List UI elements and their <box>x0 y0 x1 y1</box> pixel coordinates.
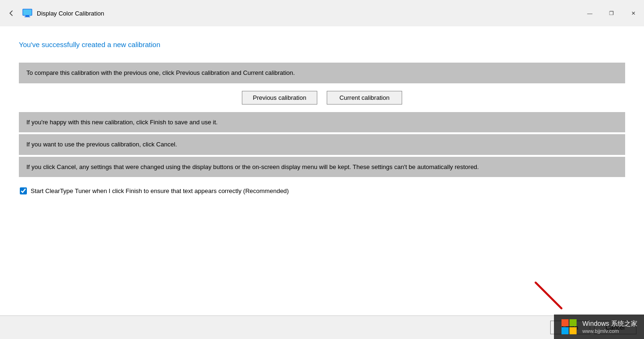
info-section: If you're happy with this new calibratio… <box>19 112 625 178</box>
windows-watermark: Windows 系统之家 www.bjjmlv.com <box>554 315 644 339</box>
title-bar-left: Display Color Calibration <box>5 7 104 20</box>
window-controls: — ❐ ✕ <box>579 6 644 21</box>
compare-info-box: To compare this calibration with the pre… <box>19 63 625 83</box>
watermark-text: Windows 系统之家 www.bjjmlv.com <box>582 320 637 334</box>
cleartype-section: Start ClearType Tuner when I click Finis… <box>19 186 625 196</box>
svg-rect-9 <box>570 327 577 334</box>
info-box-1: If you're happy with this new calibratio… <box>19 112 625 133</box>
svg-rect-2 <box>25 16 29 16</box>
current-calibration-button[interactable]: Current calibration <box>327 91 402 105</box>
cleartype-checkbox[interactable] <box>20 187 27 194</box>
svg-rect-8 <box>561 327 569 334</box>
info-text-2: If you want to use the previous calibrat… <box>26 141 177 148</box>
watermark-title: Windows 系统之家 <box>582 320 637 328</box>
cleartype-label[interactable]: Start ClearType Tuner when I click Finis… <box>31 186 289 196</box>
minimize-button[interactable]: — <box>579 6 601 21</box>
title-bar: Display Color Calibration — ❐ ✕ <box>0 0 644 26</box>
info-box-3: If you click Cancel, any settings that w… <box>19 157 625 178</box>
info-box-2: If you want to use the previous calibrat… <box>19 134 625 155</box>
main-content: You've successfully created a new calibr… <box>0 26 644 315</box>
svg-rect-1 <box>23 9 32 15</box>
success-message: You've successfully created a new calibr… <box>19 40 625 48</box>
maximize-button[interactable]: ❐ <box>601 6 622 21</box>
app-icon <box>22 8 33 19</box>
calibration-buttons: Previous calibration Current calibration <box>19 91 625 105</box>
info-text-3: If you click Cancel, any settings that w… <box>26 163 479 170</box>
back-button[interactable] <box>5 7 18 20</box>
close-button[interactable]: ✕ <box>622 6 644 21</box>
svg-rect-3 <box>25 16 30 17</box>
window-title: Display Color Calibration <box>37 10 104 17</box>
watermark-url: www.bjjmlv.com <box>582 328 619 334</box>
windows-logo-icon <box>561 318 578 335</box>
svg-rect-6 <box>561 319 569 326</box>
previous-calibration-button[interactable]: Previous calibration <box>242 91 317 105</box>
compare-info-text: To compare this calibration with the pre… <box>26 69 295 76</box>
svg-rect-7 <box>570 319 577 326</box>
info-text-1: If you're happy with this new calibratio… <box>26 119 218 126</box>
bottom-bar: Finish Cancel <box>0 315 644 339</box>
